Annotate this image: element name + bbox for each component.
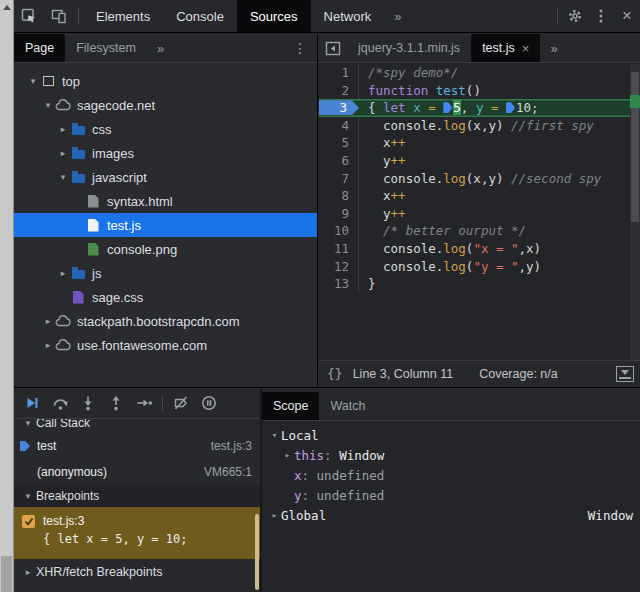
tree-item-top[interactable]: ▾top: [14, 69, 317, 93]
tree-item-js[interactable]: ▸js: [14, 261, 317, 285]
navigator-kebab-menu-icon[interactable]: ⋮: [283, 34, 317, 62]
call-stack-header[interactable]: ▾ Call Stack: [14, 419, 260, 433]
gear-icon[interactable]: [562, 0, 588, 32]
scope-row-x[interactable]: x: undefined: [262, 465, 640, 485]
show-drawer-icon[interactable]: [616, 366, 634, 382]
chevron-down-icon[interactable]: ▾: [41, 100, 55, 110]
breakpoints-header[interactable]: ▾ Breakpoints: [14, 485, 260, 507]
deactivate-breakpoints-icon[interactable]: [167, 390, 195, 416]
close-tab-icon[interactable]: ×: [522, 41, 530, 56]
tree-item-sagecode-net[interactable]: ▾sagecode.net: [14, 93, 317, 117]
scope-row-y[interactable]: y: undefined: [262, 485, 640, 505]
code-line-1[interactable]: 1/*spy demo*/: [319, 64, 640, 82]
line-number-2[interactable]: 2: [319, 82, 359, 100]
line-number-13[interactable]: 13: [319, 275, 359, 293]
pretty-print-button[interactable]: {}: [319, 366, 353, 381]
chevron-right-icon[interactable]: ▸: [56, 124, 70, 134]
page-scrollbar[interactable]: [0, 0, 14, 592]
line-number-5[interactable]: 5: [319, 134, 359, 152]
tab-elements[interactable]: Elements: [83, 0, 163, 32]
line-number-12[interactable]: 12: [319, 258, 359, 276]
navigator-more-tabs-icon[interactable]: »: [147, 34, 174, 62]
code-line-5[interactable]: 5 x++: [319, 134, 640, 152]
chevron-down-icon[interactable]: ▾: [56, 172, 70, 182]
scope-row-local[interactable]: ▾Local: [262, 425, 640, 445]
code-line-2[interactable]: 2function test(): [319, 82, 640, 100]
line-number-1[interactable]: 1: [319, 64, 359, 82]
tree-item-javascript[interactable]: ▾javascript: [14, 165, 317, 189]
code-line-12[interactable]: 12 console.log("y = ",y): [319, 258, 640, 276]
code-line-7[interactable]: 7 console.log(x,y) //second spy: [319, 170, 640, 188]
navigator-tab-filesystem[interactable]: Filesystem: [65, 34, 147, 62]
chevron-right-icon[interactable]: ▸: [268, 510, 281, 520]
chevron-right-icon[interactable]: ▸: [56, 268, 70, 278]
breakpoint-entry[interactable]: test.js:3 { let x = 5, y = 10;: [14, 507, 260, 559]
tab-sources[interactable]: Sources: [237, 0, 311, 32]
resume-icon[interactable]: [18, 390, 46, 416]
inline-breakpoint-marker-icon[interactable]: [506, 102, 515, 113]
code-line-13[interactable]: 13}: [319, 275, 640, 293]
tab-console[interactable]: Console: [163, 0, 237, 32]
code-line-9[interactable]: 9 y++: [319, 205, 640, 223]
step-into-icon[interactable]: [74, 390, 102, 416]
more-tabs-icon[interactable]: »: [384, 0, 411, 32]
code-line-11[interactable]: 11 console.log("x = ",x): [319, 240, 640, 258]
code-line-3[interactable]: 33{ let x = 5, y = 10;: [319, 99, 640, 117]
editor-tab-test-js[interactable]: test.js×: [471, 34, 540, 62]
scope-row-global[interactable]: ▸GlobalWindow: [262, 505, 640, 525]
editor-more-tabs-icon[interactable]: »: [540, 34, 567, 62]
tab-watch[interactable]: Watch: [319, 392, 376, 420]
tree-item-test-js[interactable]: test.js: [14, 213, 317, 237]
scrollbar-up-arrow-icon[interactable]: [3, 5, 11, 10]
pause-on-exceptions-icon[interactable]: [195, 390, 223, 416]
tree-item-css[interactable]: ▸css: [14, 117, 317, 141]
call-stack-frame[interactable]: testtest.js:3: [14, 433, 260, 459]
page-scrollbar-thumb[interactable]: [1, 556, 12, 592]
toggle-navigator-icon[interactable]: [319, 34, 347, 62]
tree-item-use-fontawesome-com[interactable]: ▸use.fontawesome.com: [14, 333, 317, 357]
tree-item-images[interactable]: ▸images: [14, 141, 317, 165]
chevron-right-icon[interactable]: ▸: [41, 316, 55, 326]
inline-breakpoint-marker-icon[interactable]: [443, 102, 452, 113]
breakpoint-checkbox[interactable]: [22, 515, 35, 528]
editor-tab-jquery-3-1-1-min-js[interactable]: jquery-3.1.1.min.js: [347, 34, 471, 62]
scope-row-this[interactable]: ▸this: Window: [262, 445, 640, 465]
step-out-icon[interactable]: [102, 390, 130, 416]
tab-scope[interactable]: Scope: [262, 392, 319, 420]
step-icon[interactable]: [130, 390, 158, 416]
step-over-icon[interactable]: [46, 390, 74, 416]
debugger-scrollbar-thumb[interactable]: [255, 514, 259, 590]
code-line-10[interactable]: 10 /* better ourput */: [319, 222, 640, 240]
line-number-8[interactable]: 8: [319, 187, 359, 205]
chevron-right-icon[interactable]: ▸: [281, 450, 294, 460]
close-icon[interactable]: ×: [614, 0, 640, 32]
chevron-down-icon[interactable]: ▾: [26, 76, 40, 86]
device-toolbar-icon[interactable]: [44, 0, 74, 32]
breakpoints-title: Breakpoints: [36, 489, 99, 503]
tree-item-sage-css[interactable]: sage.css: [14, 285, 317, 309]
tree-item-syntax-html[interactable]: syntax.html: [14, 189, 317, 213]
line-number-3[interactable]: 33: [319, 99, 359, 117]
xhr-breakpoints-header[interactable]: ▸ XHR/fetch Breakpoints: [14, 559, 260, 585]
line-number-11[interactable]: 11: [319, 240, 359, 258]
line-number-9[interactable]: 9: [319, 205, 359, 223]
tree-item-stackpath-bootstrapcdn-com[interactable]: ▸stackpath.bootstrapcdn.com: [14, 309, 317, 333]
call-stack-frame[interactable]: (anonymous)VM665:1: [14, 459, 260, 485]
line-number-10[interactable]: 10: [319, 222, 359, 240]
chevron-right-icon[interactable]: ▸: [41, 340, 55, 350]
code-line-6[interactable]: 6 y++: [319, 152, 640, 170]
chevron-down-icon[interactable]: ▾: [268, 430, 281, 440]
line-number-6[interactable]: 6: [319, 152, 359, 170]
line-number-4[interactable]: 4: [319, 117, 359, 135]
editor-scrollbar[interactable]: [630, 64, 640, 360]
chevron-right-icon[interactable]: ▸: [56, 148, 70, 158]
inspect-element-icon[interactable]: [14, 0, 44, 32]
code-editor[interactable]: 1/*spy demo*/2function test()33{ let x =…: [319, 64, 640, 360]
line-number-7[interactable]: 7: [319, 170, 359, 188]
tree-item-console-png[interactable]: console.png: [14, 237, 317, 261]
navigator-tab-page[interactable]: Page: [14, 34, 65, 62]
code-line-4[interactable]: 4 console.log(x,y) //first spy: [319, 117, 640, 135]
tab-network[interactable]: Network: [311, 0, 385, 32]
kebab-menu-icon[interactable]: [588, 0, 614, 32]
code-line-8[interactable]: 8 x++: [319, 187, 640, 205]
